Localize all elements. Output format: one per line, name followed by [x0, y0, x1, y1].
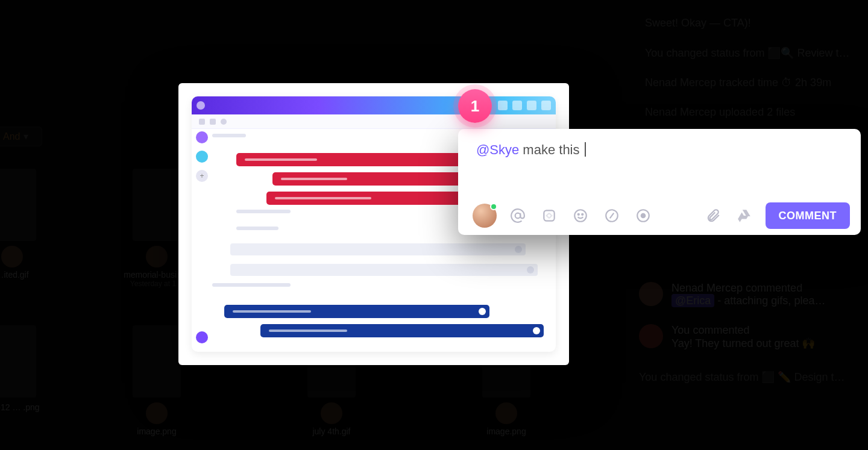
text-cursor: [585, 142, 586, 157]
section-stub: [212, 283, 291, 287]
row-stub: [236, 227, 278, 230]
search-icon[interactable]: [512, 101, 522, 110]
app-toolbar: [192, 114, 556, 129]
grid-view-icon[interactable]: [199, 119, 205, 125]
rail-settings-icon[interactable]: [196, 331, 208, 343]
google-drive-icon[interactable]: [734, 205, 755, 226]
comment-button[interactable]: COMMENT: [766, 202, 851, 229]
list-view-icon[interactable]: [210, 119, 216, 125]
rail-avatar-j[interactable]: [196, 131, 208, 143]
svg-point-3: [578, 214, 579, 215]
gantt-bar[interactable]: [224, 305, 489, 318]
ghost-bar: [230, 264, 538, 276]
app-header-right: [498, 101, 551, 110]
bar-label-line: [269, 330, 347, 332]
comment-composer: @Skye make this COMMENT: [458, 129, 861, 235]
gantt-bar[interactable]: [272, 172, 465, 186]
composer-toolbar: COMMENT: [458, 196, 861, 235]
attachment-icon[interactable]: [703, 205, 723, 226]
mention-chip[interactable]: @Skye: [476, 142, 519, 157]
task-icon[interactable]: [539, 205, 559, 226]
emoji-icon[interactable]: [570, 205, 591, 226]
comment-text: make this: [519, 142, 583, 157]
app-nav-rail: +: [192, 129, 212, 352]
svg-point-4: [582, 214, 583, 215]
step-marker: 1: [458, 89, 492, 123]
bar-label-line: [281, 178, 347, 180]
rail-add-button[interactable]: +: [196, 170, 208, 182]
section-stub: [212, 134, 246, 137]
app-header: [192, 96, 556, 114]
gantt-bar[interactable]: [236, 153, 477, 166]
bar-label-line: [275, 197, 371, 199]
bar-handle[interactable]: [479, 308, 486, 315]
comment-input[interactable]: @Skye make this: [458, 129, 861, 196]
app-logo-icon: [197, 101, 205, 110]
gantt-bar[interactable]: [260, 324, 544, 337]
rail-avatar-s[interactable]: [196, 151, 208, 163]
bar-handle[interactable]: [527, 266, 534, 273]
row-stub: [236, 210, 291, 213]
svg-rect-1: [544, 210, 554, 220]
current-user-avatar[interactable]: [473, 204, 497, 228]
bar-handle[interactable]: [515, 246, 522, 253]
ghost-bar: [230, 243, 526, 255]
calendar-icon[interactable]: [527, 101, 536, 110]
bell-icon[interactable]: [498, 101, 508, 110]
svg-point-7: [641, 214, 646, 218]
inbox-icon[interactable]: [541, 101, 551, 110]
record-icon[interactable]: [633, 205, 653, 226]
presence-indicator: [490, 203, 497, 210]
mention-icon[interactable]: [508, 205, 528, 226]
slash-command-icon[interactable]: [602, 205, 622, 226]
svg-point-2: [574, 210, 587, 222]
bar-handle[interactable]: [533, 327, 540, 334]
bar-label-line: [233, 310, 311, 313]
bar-label-line: [245, 158, 317, 161]
svg-point-0: [515, 213, 521, 219]
add-icon[interactable]: [221, 119, 227, 125]
gantt-bar[interactable]: [266, 192, 471, 205]
